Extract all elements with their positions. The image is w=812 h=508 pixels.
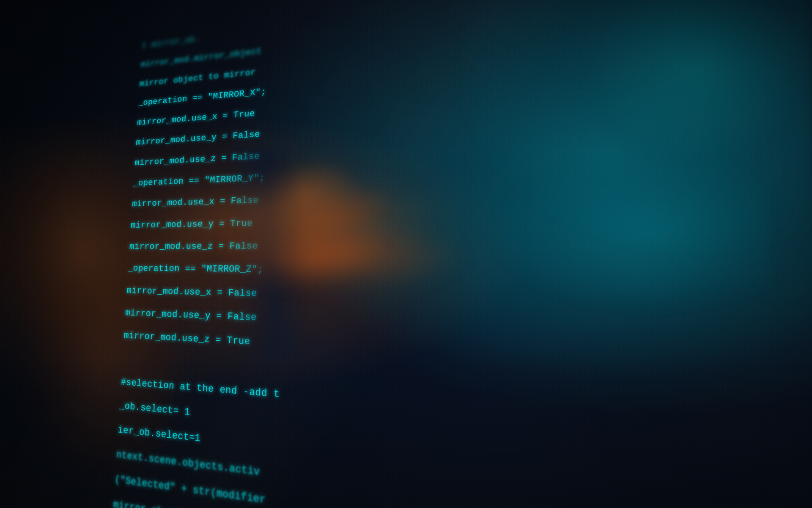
screen-glare (0, 0, 812, 508)
